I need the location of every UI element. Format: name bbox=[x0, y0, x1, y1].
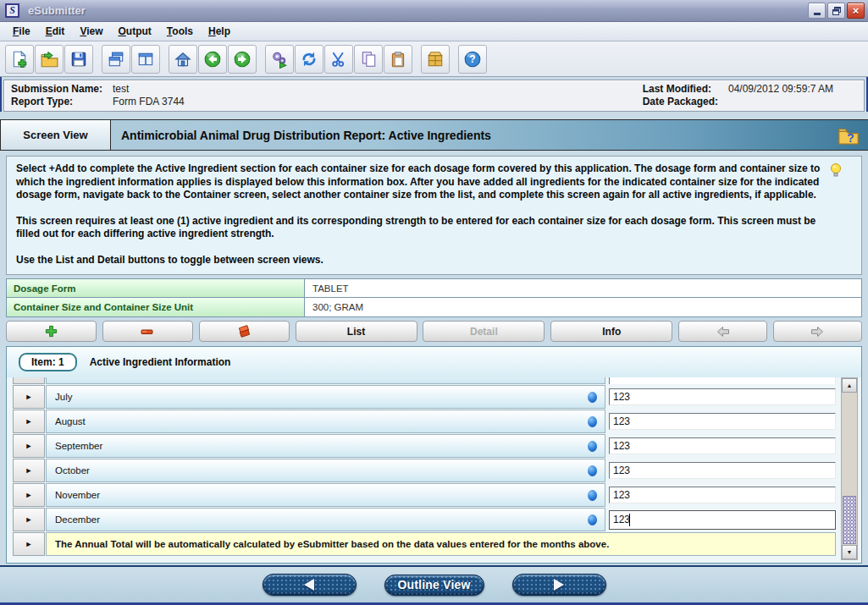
july-value-input[interactable] bbox=[609, 388, 836, 405]
remove-all-button[interactable] bbox=[199, 321, 290, 342]
submission-name-value: test bbox=[113, 83, 185, 95]
scroll-down-button[interactable]: ▼ bbox=[842, 545, 857, 559]
annual-total-note-row: ► The Annual Total will be automatically… bbox=[13, 532, 836, 556]
scroll-up-button[interactable]: ▲ bbox=[842, 378, 857, 393]
add-button[interactable] bbox=[6, 321, 97, 342]
split-view-button[interactable] bbox=[131, 45, 160, 74]
month-row-august: ► August bbox=[13, 410, 836, 433]
partial-month-input[interactable] bbox=[609, 377, 836, 384]
help-icon: ? bbox=[463, 50, 482, 69]
window-controls: × bbox=[808, 3, 865, 19]
package-button[interactable] bbox=[421, 45, 450, 74]
package-icon bbox=[426, 50, 445, 69]
instruction-paragraph-1: Select +Add to complete the Active Ingre… bbox=[16, 162, 832, 202]
help-button[interactable]: ? bbox=[458, 45, 487, 74]
month-label: November bbox=[55, 490, 100, 500]
previous-screen-button[interactable] bbox=[263, 574, 357, 596]
outline-view-button[interactable]: Outline View bbox=[384, 575, 484, 596]
detail-button[interactable]: Detail bbox=[423, 321, 545, 342]
month-row-november: ► November bbox=[13, 483, 836, 507]
row-arrow-cell: ► bbox=[13, 377, 45, 384]
row-arrow-icon[interactable]: ► bbox=[13, 532, 45, 556]
instruction-paragraph-3: Use the List and Detail buttons to toggl… bbox=[16, 254, 832, 267]
instruction-box: Select +Add to complete the Active Ingre… bbox=[6, 156, 862, 275]
cascade-windows-button[interactable] bbox=[102, 45, 130, 74]
home-button[interactable] bbox=[169, 45, 197, 74]
august-value-input[interactable] bbox=[609, 413, 836, 430]
row-arrow-icon[interactable]: ► bbox=[13, 385, 45, 409]
help-folder-button[interactable]: ? bbox=[836, 123, 861, 151]
copy-icon bbox=[359, 50, 378, 69]
paste-icon bbox=[389, 50, 407, 69]
container-size-row: Container Size and Container Size Unit 3… bbox=[6, 298, 862, 317]
month-label: August bbox=[55, 416, 86, 426]
remove-icon bbox=[140, 327, 155, 337]
october-value-input[interactable] bbox=[609, 462, 836, 479]
refresh-icon bbox=[300, 50, 318, 69]
row-arrow-icon[interactable]: ► bbox=[13, 508, 45, 531]
month-row-december: ► December bbox=[13, 508, 836, 531]
item-section-title: Active Ingredient Information bbox=[90, 356, 231, 368]
left-arrow-icon bbox=[304, 579, 314, 591]
submission-info-right: Last Modified: 04/09/2012 09:59:7 AM Dat… bbox=[643, 83, 855, 111]
menu-help[interactable]: Help bbox=[201, 24, 238, 39]
date-packaged-value bbox=[728, 96, 855, 107]
container-size-label: Container Size and Container Size Unit bbox=[7, 298, 305, 316]
row-arrow-icon[interactable]: ► bbox=[13, 410, 45, 433]
dosage-form-row: Dosage Form TABLET bbox=[6, 278, 862, 298]
content-area: Screen View Antimicrobial Animal Drug Di… bbox=[0, 112, 868, 565]
close-button[interactable]: × bbox=[847, 3, 865, 19]
help-folder-icon: ? bbox=[836, 123, 861, 148]
list-button[interactable]: List bbox=[296, 321, 417, 342]
item-number-badge: Item: 1 bbox=[19, 353, 77, 371]
report-type-value: Form FDA 3744 bbox=[113, 96, 185, 107]
menu-view[interactable]: View bbox=[72, 24, 110, 39]
status-dot-icon bbox=[588, 416, 597, 427]
save-button[interactable] bbox=[64, 45, 93, 74]
dosage-form-value: TABLET bbox=[305, 279, 861, 297]
minimize-button[interactable] bbox=[808, 3, 826, 19]
refresh-button[interactable] bbox=[295, 45, 323, 74]
svg-text:?: ? bbox=[469, 53, 475, 65]
next-screen-button[interactable] bbox=[512, 574, 606, 596]
remove-button[interactable] bbox=[102, 321, 193, 342]
row-arrow-icon[interactable]: ► bbox=[13, 483, 45, 507]
screen-view-tab[interactable]: Screen View bbox=[0, 119, 111, 151]
footer-navigation: Outline View bbox=[0, 565, 868, 602]
copy-button[interactable] bbox=[354, 45, 383, 74]
menu-file[interactable]: File bbox=[5, 24, 38, 39]
september-value-input[interactable] bbox=[609, 437, 836, 454]
save-icon bbox=[69, 50, 88, 69]
previous-button[interactable] bbox=[678, 321, 767, 342]
menu-tools[interactable]: Tools bbox=[159, 24, 201, 39]
split-view-icon bbox=[136, 50, 155, 69]
row-arrow-icon[interactable]: ► bbox=[13, 434, 45, 458]
menu-edit[interactable]: Edit bbox=[38, 24, 73, 39]
forward-button[interactable] bbox=[228, 45, 257, 74]
vertical-scrollbar[interactable]: ▲ ▼ bbox=[841, 377, 858, 560]
row-arrow-icon[interactable]: ► bbox=[13, 459, 45, 482]
next-button[interactable] bbox=[773, 321, 862, 342]
action-button-row: List Detail Info bbox=[6, 321, 862, 342]
forward-icon bbox=[233, 50, 252, 69]
restore-button[interactable] bbox=[827, 3, 845, 19]
paste-button[interactable] bbox=[384, 45, 412, 74]
text-caret bbox=[629, 514, 630, 526]
open-folder-button[interactable] bbox=[35, 45, 64, 74]
november-value-input[interactable] bbox=[609, 487, 836, 503]
scrollbar-thumb[interactable] bbox=[843, 496, 856, 544]
menu-output[interactable]: Output bbox=[111, 24, 159, 39]
toolbar: ? bbox=[0, 41, 868, 77]
december-value-input[interactable] bbox=[609, 510, 836, 530]
info-button[interactable]: Info bbox=[550, 321, 672, 342]
dosage-form-label: Dosage Form bbox=[7, 279, 305, 297]
cut-button[interactable] bbox=[324, 45, 353, 74]
run-process-button[interactable] bbox=[265, 45, 294, 74]
back-button[interactable] bbox=[198, 45, 227, 74]
new-document-button[interactable] bbox=[5, 45, 34, 74]
back-icon bbox=[203, 50, 222, 69]
container-size-value: 300; GRAM bbox=[305, 298, 861, 316]
status-dot-icon bbox=[588, 514, 597, 525]
lightbulb-icon bbox=[829, 162, 843, 184]
previous-arrow-icon bbox=[716, 326, 731, 338]
